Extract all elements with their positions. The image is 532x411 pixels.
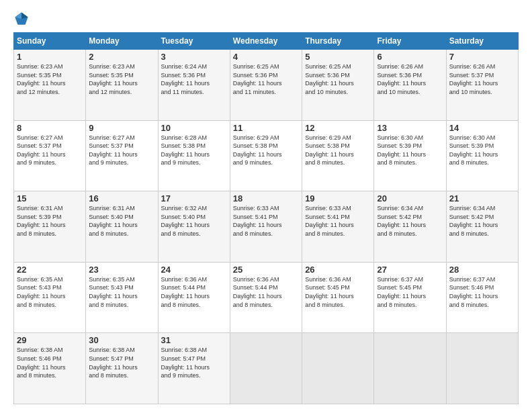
header-row: SundayMondayTuesdayWednesdayThursdayFrid… — [14, 33, 519, 50]
day-header-thursday: Thursday — [302, 33, 374, 50]
day-info: Sunrise: 6:38 AMSunset: 5:47 PMDaylight:… — [89, 346, 154, 379]
day-cell: 2 Sunrise: 6:23 AMSunset: 5:35 PMDayligh… — [86, 50, 158, 121]
day-cell — [446, 333, 518, 404]
day-cell: 26 Sunrise: 6:36 AMSunset: 5:45 PMDaylig… — [302, 262, 374, 333]
day-cell: 5 Sunrise: 6:25 AMSunset: 5:36 PMDayligh… — [302, 50, 374, 121]
day-number: 11 — [233, 123, 299, 133]
day-header-monday: Monday — [86, 33, 158, 50]
day-cell: 22 Sunrise: 6:35 AMSunset: 5:43 PMDaylig… — [14, 262, 86, 333]
day-number: 6 — [377, 52, 443, 62]
day-info: Sunrise: 6:33 AMSunset: 5:41 PMDaylight:… — [233, 204, 299, 238]
day-number: 24 — [161, 265, 227, 275]
day-info: Sunrise: 6:31 AMSunset: 5:39 PMDaylight:… — [17, 204, 83, 238]
day-cell: 30 Sunrise: 6:38 AMSunset: 5:47 PMDaylig… — [86, 333, 158, 404]
day-info: Sunrise: 6:36 AMSunset: 5:45 PMDaylight:… — [305, 275, 371, 309]
day-number: 30 — [89, 335, 154, 345]
day-cell: 20 Sunrise: 6:34 AMSunset: 5:42 PMDaylig… — [374, 191, 446, 263]
day-info: Sunrise: 6:29 AMSunset: 5:38 PMDaylight:… — [233, 134, 299, 167]
day-info: Sunrise: 6:24 AMSunset: 5:36 PMDaylight:… — [161, 62, 227, 96]
day-header-wednesday: Wednesday — [230, 33, 302, 50]
day-info: Sunrise: 6:25 AMSunset: 5:36 PMDaylight:… — [233, 62, 299, 96]
day-cell: 6 Sunrise: 6:26 AMSunset: 5:36 PMDayligh… — [374, 50, 446, 121]
day-cell: 1 Sunrise: 6:23 AMSunset: 5:35 PMDayligh… — [14, 50, 86, 121]
day-info: Sunrise: 6:34 AMSunset: 5:42 PMDaylight:… — [449, 204, 515, 238]
day-info: Sunrise: 6:30 AMSunset: 5:39 PMDaylight:… — [449, 134, 515, 167]
day-cell: 13 Sunrise: 6:30 AMSunset: 5:39 PMDaylig… — [374, 120, 446, 191]
day-cell: 31 Sunrise: 6:38 AMSunset: 5:47 PMDaylig… — [158, 333, 230, 404]
day-info: Sunrise: 6:32 AMSunset: 5:40 PMDaylight:… — [161, 204, 227, 238]
day-cell: 10 Sunrise: 6:28 AMSunset: 5:38 PMDaylig… — [158, 120, 230, 191]
day-info: Sunrise: 6:23 AMSunset: 5:35 PMDaylight:… — [89, 62, 154, 96]
day-info: Sunrise: 6:38 AMSunset: 5:46 PMDaylight:… — [17, 346, 83, 379]
day-info: Sunrise: 6:33 AMSunset: 5:41 PMDaylight:… — [305, 204, 371, 238]
day-info: Sunrise: 6:28 AMSunset: 5:38 PMDaylight:… — [161, 134, 227, 167]
day-cell: 7 Sunrise: 6:26 AMSunset: 5:37 PMDayligh… — [446, 50, 518, 121]
day-number: 2 — [89, 52, 154, 62]
logo — [13, 11, 35, 27]
day-cell: 21 Sunrise: 6:34 AMSunset: 5:42 PMDaylig… — [446, 191, 518, 263]
day-number: 15 — [17, 193, 83, 203]
day-info: Sunrise: 6:35 AMSunset: 5:43 PMDaylight:… — [89, 275, 154, 309]
day-number: 13 — [377, 123, 443, 133]
day-number: 18 — [233, 193, 299, 203]
day-number: 21 — [449, 193, 515, 203]
day-number: 10 — [161, 123, 227, 133]
day-number: 25 — [233, 265, 299, 275]
day-number: 17 — [161, 193, 227, 203]
day-cell — [302, 333, 374, 404]
week-row-4: 22 Sunrise: 6:35 AMSunset: 5:43 PMDaylig… — [14, 262, 519, 333]
day-number: 3 — [161, 52, 227, 62]
day-number: 19 — [305, 193, 371, 203]
week-row-1: 1 Sunrise: 6:23 AMSunset: 5:35 PMDayligh… — [14, 50, 519, 121]
day-cell: 29 Sunrise: 6:38 AMSunset: 5:46 PMDaylig… — [14, 333, 86, 404]
day-info: Sunrise: 6:36 AMSunset: 5:44 PMDaylight:… — [161, 275, 227, 309]
day-cell: 4 Sunrise: 6:25 AMSunset: 5:36 PMDayligh… — [230, 50, 302, 121]
day-info: Sunrise: 6:29 AMSunset: 5:38 PMDaylight:… — [305, 134, 371, 167]
week-row-2: 8 Sunrise: 6:27 AMSunset: 5:37 PMDayligh… — [14, 120, 519, 191]
day-info: Sunrise: 6:26 AMSunset: 5:36 PMDaylight:… — [377, 62, 443, 96]
day-number: 27 — [377, 265, 443, 275]
day-number: 8 — [17, 123, 83, 133]
day-number: 23 — [89, 265, 154, 275]
day-info: Sunrise: 6:30 AMSunset: 5:39 PMDaylight:… — [377, 134, 443, 167]
day-info: Sunrise: 6:31 AMSunset: 5:40 PMDaylight:… — [89, 204, 154, 238]
day-number: 1 — [17, 52, 83, 62]
day-header-saturday: Saturday — [446, 33, 518, 50]
day-info: Sunrise: 6:27 AMSunset: 5:37 PMDaylight:… — [89, 134, 154, 167]
day-number: 9 — [89, 123, 154, 133]
day-number: 26 — [305, 265, 371, 275]
day-info: Sunrise: 6:37 AMSunset: 5:45 PMDaylight:… — [377, 275, 443, 309]
day-cell: 23 Sunrise: 6:35 AMSunset: 5:43 PMDaylig… — [86, 262, 158, 333]
day-info: Sunrise: 6:26 AMSunset: 5:37 PMDaylight:… — [449, 62, 515, 96]
day-number: 20 — [377, 193, 443, 203]
day-info: Sunrise: 6:34 AMSunset: 5:42 PMDaylight:… — [377, 204, 443, 238]
day-number: 29 — [17, 335, 83, 345]
day-cell: 15 Sunrise: 6:31 AMSunset: 5:39 PMDaylig… — [14, 191, 86, 263]
week-row-5: 29 Sunrise: 6:38 AMSunset: 5:46 PMDaylig… — [14, 333, 519, 404]
week-row-3: 15 Sunrise: 6:31 AMSunset: 5:39 PMDaylig… — [14, 191, 519, 263]
day-number: 28 — [449, 265, 515, 275]
day-cell: 18 Sunrise: 6:33 AMSunset: 5:41 PMDaylig… — [230, 191, 302, 263]
day-number: 7 — [449, 52, 515, 62]
logo-icon — [13, 11, 30, 27]
day-cell: 3 Sunrise: 6:24 AMSunset: 5:36 PMDayligh… — [158, 50, 230, 121]
day-info: Sunrise: 6:37 AMSunset: 5:46 PMDaylight:… — [449, 275, 515, 309]
day-info: Sunrise: 6:27 AMSunset: 5:37 PMDaylight:… — [17, 134, 83, 167]
day-number: 22 — [17, 265, 83, 275]
logo-area — [13, 11, 35, 27]
day-info: Sunrise: 6:36 AMSunset: 5:44 PMDaylight:… — [233, 275, 299, 309]
day-cell: 28 Sunrise: 6:37 AMSunset: 5:46 PMDaylig… — [446, 262, 518, 333]
day-header-tuesday: Tuesday — [158, 33, 230, 50]
day-cell: 11 Sunrise: 6:29 AMSunset: 5:38 PMDaylig… — [230, 120, 302, 191]
day-cell: 16 Sunrise: 6:31 AMSunset: 5:40 PMDaylig… — [86, 191, 158, 263]
day-number: 31 — [161, 335, 227, 345]
calendar-table: SundayMondayTuesdayWednesdayThursdayFrid… — [13, 32, 519, 404]
day-header-friday: Friday — [374, 33, 446, 50]
day-cell: 17 Sunrise: 6:32 AMSunset: 5:40 PMDaylig… — [158, 191, 230, 263]
day-header-sunday: Sunday — [14, 33, 86, 50]
day-cell — [374, 333, 446, 404]
header — [13, 11, 519, 27]
day-info: Sunrise: 6:23 AMSunset: 5:35 PMDaylight:… — [17, 62, 83, 96]
day-cell — [230, 333, 302, 404]
day-cell: 25 Sunrise: 6:36 AMSunset: 5:44 PMDaylig… — [230, 262, 302, 333]
